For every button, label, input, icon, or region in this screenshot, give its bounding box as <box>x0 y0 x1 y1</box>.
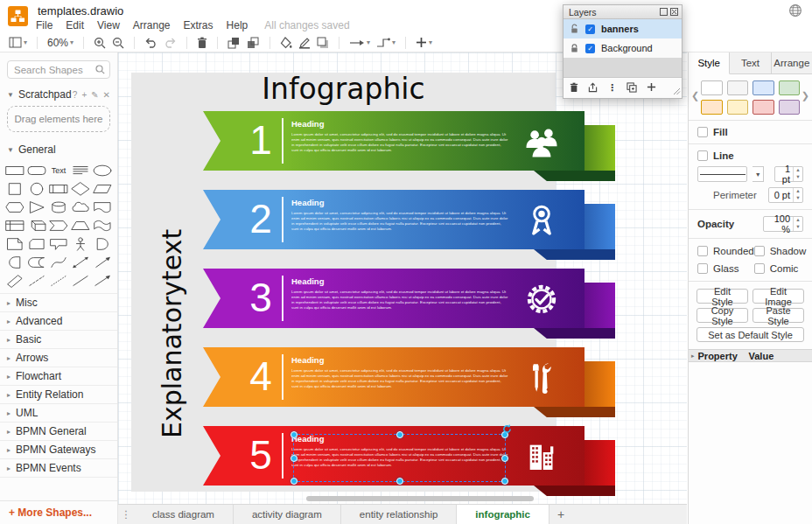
line-width-input[interactable]: 1 pt ▲▼ <box>774 166 803 182</box>
scratchpad-edit-icon[interactable]: ✎ <box>91 90 98 100</box>
shape-cylinder[interactable] <box>47 198 69 216</box>
line-color-button[interactable] <box>298 37 311 49</box>
minimize-window-icon[interactable] <box>660 7 668 17</box>
scratchpad-dropzone[interactable]: Drag elements here <box>7 106 110 132</box>
edit-style-button[interactable]: Edit Style <box>696 289 748 304</box>
banner-heading[interactable]: Heading <box>291 276 508 286</box>
scratchpad-help-icon[interactable]: ? <box>73 90 78 100</box>
style-swatch-red[interactable] <box>752 100 774 115</box>
add-layer-icon[interactable] <box>647 82 656 94</box>
sidebar-item-bpmn-general[interactable]: ▸BPMN General <box>0 423 117 441</box>
sidebar-item-bpmn-events[interactable]: ▸BPMN Events <box>0 459 117 478</box>
duplicate-layer-icon[interactable] <box>626 82 637 94</box>
banner-heading[interactable]: Heading <box>291 198 508 207</box>
sidebar-item-advanced[interactable]: ▸Advanced <box>0 312 117 331</box>
view-panels-button[interactable]: ▾ <box>9 37 27 48</box>
shadow-checkbox[interactable] <box>754 246 765 256</box>
sidebar-item-flowchart[interactable]: ▸Flowchart <box>0 367 117 386</box>
sidebar-item-misc[interactable]: ▸Misc <box>0 294 117 312</box>
menu-edit[interactable]: Edit <box>66 19 84 31</box>
sidebar-item-entity-relation[interactable]: ▸Entity Relation <box>0 386 117 404</box>
glass-checkbox[interactable] <box>697 263 708 274</box>
tab-infographic[interactable]: infographic <box>457 505 550 524</box>
resize-grip-icon[interactable] <box>673 87 681 97</box>
zoom-dropdown[interactable]: 60% ▾ <box>47 37 74 49</box>
shape-diamond[interactable] <box>70 179 92 198</box>
diagram-canvas[interactable]: Infographic Explanatorytext 1 Heading Lo… <box>118 52 687 504</box>
layer-row-banners[interactable]: ✓ banners <box>564 19 682 38</box>
selection-outline[interactable] <box>293 434 506 482</box>
line-style-caret-icon[interactable]: ▼ <box>752 166 764 182</box>
rounded-checkbox[interactable] <box>697 246 708 256</box>
style-swatch-purple[interactable] <box>779 100 801 115</box>
shape-square[interactable] <box>4 179 25 198</box>
shape-line[interactable] <box>70 271 92 290</box>
selection-handle[interactable] <box>290 478 298 485</box>
pages-menu-icon[interactable]: ⋮ <box>118 505 134 524</box>
menu-view[interactable]: View <box>97 19 120 31</box>
shape-cloud[interactable] <box>70 198 92 216</box>
infographic-side-label[interactable]: Explanatorytext <box>157 198 188 469</box>
shape-circle[interactable] <box>25 179 47 198</box>
banner-body-text[interactable]: Lorem ipsum dolor sit amet, consectetur … <box>291 211 508 231</box>
style-swatch-orange[interactable] <box>701 100 723 115</box>
shape-triangle[interactable] <box>25 198 47 216</box>
tab-style[interactable]: Style <box>689 52 730 74</box>
layers-window-titlebar[interactable]: Layers <box>564 5 682 19</box>
shape-rounded-rectangle[interactable] <box>25 161 47 179</box>
shape-callout[interactable] <box>47 234 69 253</box>
presets-prev-icon[interactable]: ❮ <box>691 90 699 101</box>
shape-actor[interactable] <box>70 234 92 253</box>
layer-row-background[interactable]: ✓ Background <box>564 38 682 58</box>
layers-window[interactable]: Layers ✓ banners ✓ Background ⋮ <box>563 4 682 99</box>
comic-checkbox[interactable] <box>754 263 765 274</box>
sidebar-item-basic[interactable]: ▸Basic <box>0 331 117 349</box>
style-swatch-green[interactable] <box>779 80 801 95</box>
scratchpad-add-icon[interactable]: + <box>81 90 87 100</box>
shape-internal-storage[interactable] <box>4 216 25 234</box>
menu-arrange[interactable]: Arrange <box>133 19 171 31</box>
tab-entity-relationship[interactable]: entity relationship <box>341 505 458 524</box>
paste-style-button[interactable]: Paste Style <box>752 308 804 323</box>
insert-button[interactable]: ▾ <box>416 37 432 48</box>
infographic-banner-2[interactable]: 2 Heading Lorem ipsum dolor sit amet, co… <box>203 190 615 260</box>
copy-style-button[interactable]: Copy Style <box>696 308 748 323</box>
redo-button[interactable] <box>164 38 177 48</box>
shape-step[interactable] <box>47 216 69 234</box>
sidebar-item-bpmn-gateways[interactable]: ▸BPMN Gateways <box>0 441 117 459</box>
shape-ellipse[interactable] <box>92 161 114 179</box>
infographic-title[interactable]: Infographic <box>131 72 556 106</box>
shape-directional-connector[interactable] <box>92 271 114 290</box>
shape-data-storage[interactable] <box>25 253 47 271</box>
shape-textbox[interactable] <box>70 161 92 179</box>
menu-extras[interactable]: Extras <box>184 19 214 31</box>
lock-icon[interactable] <box>570 43 579 53</box>
waypoints-button[interactable]: ▾ <box>376 38 396 48</box>
rotate-handle-icon[interactable] <box>502 422 512 437</box>
selection-handle[interactable] <box>501 478 508 485</box>
to-back-button[interactable] <box>247 37 260 49</box>
shape-curve[interactable] <box>47 253 69 271</box>
shape-or[interactable] <box>92 234 114 253</box>
shape-document[interactable] <box>92 198 114 216</box>
selection-handle[interactable] <box>290 455 298 462</box>
sidebar-item-uml[interactable]: ▸UML <box>0 404 117 423</box>
selection-handle[interactable] <box>396 478 403 485</box>
scratchpad-close-icon[interactable]: ✕ <box>103 90 110 100</box>
banner-heading[interactable]: Heading <box>291 355 508 365</box>
style-swatch-blue[interactable] <box>752 80 774 95</box>
edit-image-button[interactable]: Edit Image <box>752 289 804 304</box>
tab-class-diagram[interactable]: class diagram <box>134 505 234 524</box>
shape-note[interactable] <box>4 234 25 253</box>
layer-visible-checkbox[interactable]: ✓ <box>585 24 595 34</box>
undo-button[interactable] <box>144 38 158 48</box>
shape-link[interactable] <box>4 271 25 290</box>
shape-trapezoid[interactable] <box>70 216 92 234</box>
property-table-header[interactable]: ▸ Property Value <box>689 349 812 362</box>
shape-dashed-line[interactable] <box>25 271 47 290</box>
shape-rectangle[interactable] <box>4 161 25 179</box>
set-default-style-button[interactable]: Set as Default Style <box>696 327 804 342</box>
connection-button[interactable]: ▾ <box>349 38 370 47</box>
language-globe-icon[interactable] <box>788 3 802 21</box>
shape-dotted-line[interactable] <box>47 271 69 290</box>
